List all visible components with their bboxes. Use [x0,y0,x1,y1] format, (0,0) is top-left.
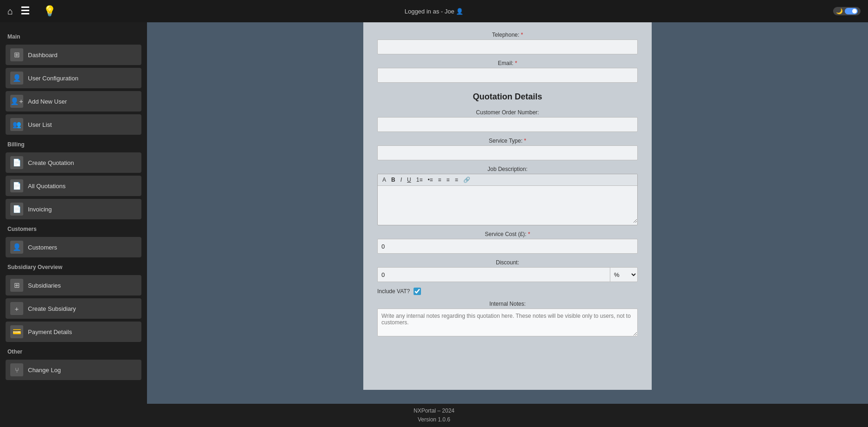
sidebar-label-customers: Customers [28,244,57,251]
job-description-field-group: Job Description: A B I U 1≡ •≡ ≡ ≡ ≡ 🔗 [377,166,638,225]
toolbar-ordered-list-btn[interactable]: 1≡ [414,176,425,184]
service-cost-field-group: Service Cost (£): * [377,231,638,254]
customer-order-field-group: Customer Order Number: [377,109,638,132]
toolbar-align-right-btn[interactable]: ≡ [453,176,460,184]
sidebar-item-payment-details[interactable]: 💳Payment Details [6,322,141,342]
service-type-field-group: Service Type: * [377,138,638,160]
theme-toggle-area: 🌙 [833,7,861,15]
include-vat-checkbox[interactable] [414,288,421,295]
sidebar-icon-user-configuration: 👤 [10,72,23,85]
sidebar-icon-change-log: ⑂ [10,363,23,376]
toolbar-align-center-btn[interactable]: ≡ [445,176,452,184]
toggle-pill [845,8,858,14]
sidebar-item-subsidiaries[interactable]: ⊞Subsidiaries [6,275,141,296]
service-cost-input[interactable] [377,239,638,254]
toolbar-font-color-btn[interactable]: A [381,176,388,184]
sidebar-item-user-configuration[interactable]: 👤User Configuration [6,68,141,88]
sidebar-label-add-new-user: Add New User [28,98,67,105]
discount-row: % [377,267,638,282]
include-vat-label: Include VAT? [377,288,410,295]
sidebar-item-add-new-user[interactable]: 👤+Add New User [6,91,141,112]
footer: NXPortal – 2024 Version 1.0.6 [0,404,868,427]
discount-unit-select[interactable]: % [610,267,638,282]
main-content: Telephone: * Email: * Quotation Details … [147,22,868,404]
sidebar-item-create-quotation[interactable]: 📄Create Quotation [6,152,141,173]
sidebar: Main⊞Dashboard👤User Configuration👤+Add N… [0,22,147,404]
sidebar-section-other: Other [7,348,141,355]
email-input[interactable] [377,68,638,83]
sidebar-icon-user-list: 👥 [10,118,23,131]
sidebar-icon-customers: 👤 [10,241,23,254]
telephone-label: Telephone: * [377,32,638,38]
sidebar-icon-dashboard: ⊞ [10,48,23,61]
sidebar-item-user-list[interactable]: 👥User List [6,114,141,135]
service-cost-label: Service Cost (£): * [377,231,638,237]
toolbar-underline-btn[interactable]: U [405,176,413,184]
toolbar-align-left-btn[interactable]: ≡ [436,176,443,184]
sidebar-icon-add-new-user: 👤+ [10,95,23,108]
footer-line1: NXPortal – 2024 [0,407,868,415]
discount-label: Discount: [377,259,638,266]
bulb-icon[interactable]: 💡 [43,5,56,17]
sidebar-label-user-configuration: User Configuration [28,75,78,82]
sidebar-icon-create-subsidiary: + [10,302,23,315]
theme-toggle[interactable]: 🌙 [833,7,861,15]
service-type-input[interactable] [377,145,638,160]
form-panel: Telephone: * Email: * Quotation Details … [363,22,652,390]
rich-editor-wrapper: A B I U 1≡ •≡ ≡ ≡ ≡ 🔗 [377,174,638,225]
sidebar-item-all-quotations[interactable]: 📄All Quotations [6,176,141,196]
hamburger-icon[interactable]: ☰ [20,5,30,17]
footer-line2: Version 1.0.6 [0,415,868,424]
sidebar-item-customers[interactable]: 👤Customers [6,237,141,257]
toolbar-link-btn[interactable]: 🔗 [461,176,472,184]
sidebar-label-user-list: User List [28,121,52,128]
sidebar-section-customers: Customers [7,226,141,232]
sidebar-icon-create-quotation: 📄 [10,156,23,169]
sidebar-label-change-log: Change Log [28,367,61,374]
sidebar-item-create-subsidiary[interactable]: +Create Subsidiary [6,298,141,319]
toolbar-italic-btn[interactable]: I [399,176,404,184]
sidebar-icon-all-quotations: 📄 [10,179,23,192]
layout: Main⊞Dashboard👤User Configuration👤+Add N… [0,22,868,404]
rich-editor-toolbar: A B I U 1≡ •≡ ≡ ≡ ≡ 🔗 [378,174,637,186]
discount-field-group: Discount: % [377,259,638,282]
sidebar-label-subsidiaries: Subsidiaries [28,282,61,289]
job-description-label: Job Description: [377,166,638,172]
service-type-label: Service Type: * [377,138,638,144]
sidebar-icon-payment-details: 💳 [10,325,23,338]
sidebar-item-invoicing[interactable]: 📄Invoicing [6,199,141,219]
sidebar-icon-subsidiaries: ⊞ [10,279,23,292]
sidebar-label-payment-details: Payment Details [28,328,72,335]
sidebar-section-subsidiary-overview: Subsidiary Overview [7,264,141,270]
customer-order-label: Customer Order Number: [377,109,638,116]
discount-input[interactable] [377,267,610,282]
sidebar-icon-invoicing: 📄 [10,203,23,216]
sidebar-label-create-subsidiary: Create Subsidiary [28,305,76,312]
email-field-group: Email: * [377,60,638,83]
telephone-field-group: Telephone: * [377,32,638,54]
sidebar-item-dashboard[interactable]: ⊞Dashboard [6,45,141,65]
internal-notes-textarea[interactable] [377,309,638,336]
toolbar-bold-btn[interactable]: B [389,176,397,184]
internal-notes-label: Internal Notes: [377,301,638,307]
internal-notes-field-group: Internal Notes: [377,301,638,336]
telephone-input[interactable] [377,39,638,54]
vat-row: Include VAT? [377,288,638,295]
sidebar-label-invoicing: Invoicing [28,206,52,213]
toolbar-unordered-list-btn[interactable]: •≡ [426,176,434,184]
sidebar-label-dashboard: Dashboard [28,52,58,59]
logged-in-text: Logged in as - Joe 👤 [405,8,464,15]
email-label: Email: * [377,60,638,66]
sidebar-item-change-log[interactable]: ⑂Change Log [6,360,141,380]
home-icon[interactable]: ⌂ [7,6,13,17]
moon-icon: 🌙 [836,8,843,14]
job-description-textarea[interactable] [378,186,637,223]
quotation-details-title: Quotation Details [377,92,638,102]
customer-order-input[interactable] [377,117,638,132]
sidebar-label-create-quotation: Create Quotation [28,159,74,166]
sidebar-label-all-quotations: All Quotations [28,183,66,190]
sidebar-section-billing: Billing [7,141,141,148]
sidebar-section-main: Main [7,33,141,40]
top-nav: ⌂ ☰ 💡 Logged in as - Joe 👤 🌙 [0,0,868,22]
